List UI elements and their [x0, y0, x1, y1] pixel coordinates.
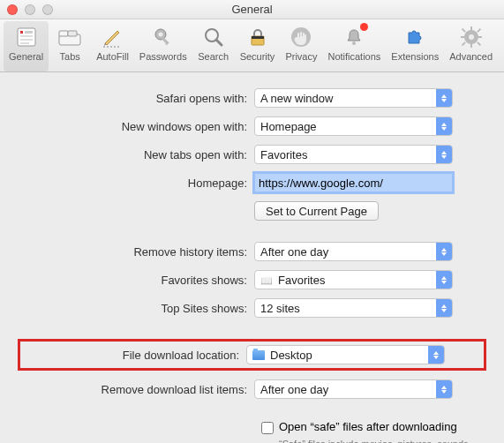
folder-icon [252, 350, 265, 360]
toolbar-tab-notifications[interactable]: Notifications [322, 21, 386, 71]
svg-rect-22 [470, 43, 472, 48]
updown-arrows-icon [436, 299, 452, 317]
svg-rect-3 [20, 35, 33, 37]
search-icon [201, 25, 226, 49]
safe-files-help-text: “Safe” files include movies, pictures, s… [279, 438, 473, 443]
top-sites-select[interactable]: 12 sites [254, 298, 453, 318]
svg-rect-5 [20, 42, 29, 44]
close-window-button[interactable] [7, 4, 18, 15]
preferences-toolbar: General Tabs AutoFill Passwords Search [0, 19, 504, 72]
svg-rect-25 [462, 28, 466, 33]
gear-icon [459, 25, 484, 49]
preferences-window: General General Tabs AutoFill Passwords [0, 0, 504, 443]
toolbar-tab-extensions[interactable]: Extensions [386, 21, 444, 71]
set-to-current-page-button[interactable]: Set to Current Page [254, 201, 379, 221]
toolbar-tab-privacy[interactable]: Privacy [280, 21, 322, 71]
svg-rect-24 [478, 36, 482, 38]
svg-rect-1 [20, 31, 23, 34]
notification-badge [360, 23, 368, 31]
window-title: General [0, 3, 504, 16]
privacy-hand-icon [289, 25, 313, 49]
safari-opens-label: Safari opens with: [23, 92, 254, 105]
key-icon [151, 25, 176, 49]
minimize-window-button[interactable] [25, 4, 35, 15]
book-icon [260, 274, 275, 287]
notifications-bell-icon [342, 25, 366, 49]
svg-rect-26 [477, 28, 481, 33]
lock-icon [245, 25, 270, 49]
updown-arrows-icon [436, 146, 452, 163]
svg-rect-8 [68, 31, 77, 36]
favorites-shows-select[interactable]: Favorites [254, 270, 453, 289]
safari-opens-select[interactable]: A new window [254, 88, 453, 108]
titlebar: General [0, 0, 504, 19]
toolbar-tab-tabs[interactable]: Tabs [49, 21, 91, 71]
svg-rect-4 [20, 39, 33, 41]
toolbar-tab-search[interactable]: Search [192, 21, 235, 71]
svg-rect-16 [252, 36, 264, 39]
svg-rect-7 [59, 31, 68, 36]
remove-history-label: Remove history items: [23, 245, 254, 259]
zoom-window-button[interactable] [42, 4, 53, 15]
remove-downloads-label: Remove download list items: [23, 383, 254, 396]
traffic-lights [7, 4, 53, 15]
svg-rect-21 [470, 26, 472, 31]
new-windows-label: New windows open with: [23, 120, 254, 133]
open-safe-files-label: Open “safe” files after downloading [279, 420, 457, 433]
extensions-puzzle-icon [402, 25, 427, 49]
svg-point-10 [158, 33, 162, 37]
toolbar-tab-advanced[interactable]: Advanced [444, 21, 498, 71]
svg-rect-23 [461, 36, 465, 38]
toolbar-tab-autofill[interactable]: AutoFill [91, 21, 134, 71]
autofill-pen-icon [100, 25, 124, 49]
highlighted-download-location-row: File download location: Desktop [18, 339, 486, 371]
new-windows-select[interactable]: Homepage [254, 116, 453, 136]
svg-rect-27 [462, 41, 466, 46]
updown-arrows-icon [436, 380, 452, 398]
svg-rect-2 [25, 31, 33, 34]
remove-downloads-select[interactable]: After one day [254, 379, 453, 399]
svg-point-20 [469, 34, 474, 40]
tabs-icon [57, 25, 82, 49]
open-safe-files-checkbox[interactable] [261, 422, 274, 434]
svg-line-14 [216, 40, 222, 45]
svg-point-18 [352, 41, 356, 45]
download-location-label: File download location: [20, 349, 246, 362]
updown-arrows-icon [436, 271, 452, 289]
toolbar-tab-general[interactable]: General [4, 21, 49, 71]
general-icon [14, 25, 39, 49]
homepage-input[interactable] [254, 173, 453, 192]
general-pane: Safari opens with: A new window New wind… [0, 72, 504, 443]
updown-arrows-icon [428, 346, 444, 364]
download-location-select[interactable]: Desktop [246, 345, 445, 364]
remove-history-select[interactable]: After one day [254, 242, 453, 261]
updown-arrows-icon [436, 89, 452, 107]
favorites-shows-label: Favorites shows: [23, 274, 254, 287]
toolbar-tab-passwords[interactable]: Passwords [134, 21, 192, 71]
svg-rect-28 [477, 41, 481, 46]
top-sites-label: Top Sites shows: [23, 302, 254, 315]
new-tabs-select[interactable]: Favorites [254, 145, 453, 164]
homepage-label: Homepage: [23, 176, 254, 190]
updown-arrows-icon [436, 117, 452, 135]
new-tabs-label: New tabs open with: [23, 148, 254, 161]
updown-arrows-icon [436, 243, 452, 260]
toolbar-tab-security[interactable]: Security [235, 21, 281, 71]
